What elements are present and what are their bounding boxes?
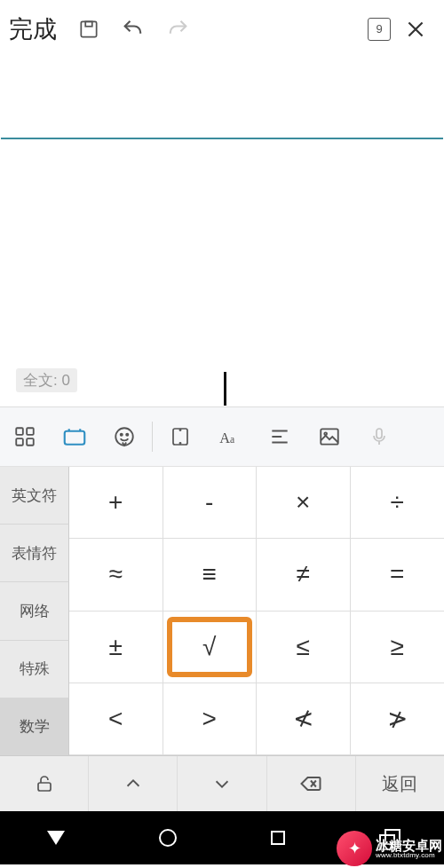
key-multiply[interactable]: × — [257, 467, 351, 539]
close-icon[interactable] — [396, 10, 435, 49]
nav-recents-icon[interactable] — [271, 831, 285, 845]
svg-rect-0 — [81, 21, 96, 36]
svg-rect-4 — [16, 438, 23, 446]
watermark-title: 冰糖安卓网 — [376, 839, 442, 852]
symbol-grid: + - × ÷ ≈ ≡ ≠ = ± √ ≤ ≥ < > ≮ ≯ — [69, 467, 444, 755]
nav-back-icon[interactable] — [47, 831, 65, 845]
svg-rect-5 — [27, 438, 34, 446]
svg-rect-2 — [16, 428, 23, 435]
category-network[interactable]: 网络 — [0, 582, 69, 640]
format-toolbar: A a — [0, 406, 444, 467]
key-equals[interactable]: = — [351, 539, 445, 611]
save-icon[interactable] — [69, 10, 108, 49]
key-greater-equal[interactable]: ≥ — [351, 612, 445, 683]
fullscreen-icon[interactable] — [155, 412, 205, 462]
done-button[interactable]: 完成 — [9, 13, 57, 45]
up-arrow-key[interactable] — [89, 756, 178, 811]
svg-point-12 — [179, 443, 180, 444]
svg-point-8 — [121, 434, 123, 436]
align-icon[interactable] — [255, 412, 305, 462]
key-plus-minus[interactable]: ± — [69, 612, 163, 683]
key-not-less[interactable]: ≮ — [257, 683, 351, 755]
key-not-greater[interactable]: ≯ — [351, 683, 445, 755]
redo-icon — [158, 10, 197, 49]
svg-point-7 — [115, 428, 133, 446]
svg-rect-1 — [85, 21, 92, 26]
nav-home-icon[interactable] — [159, 829, 177, 847]
svg-point-11 — [179, 430, 180, 430]
key-minus[interactable]: - — [163, 467, 258, 539]
image-icon[interactable] — [305, 412, 354, 462]
emoji-icon[interactable] — [99, 412, 149, 462]
key-divide[interactable]: ÷ — [351, 467, 445, 539]
editor-top-toolbar: 完成 9 — [0, 0, 444, 58]
key-approx[interactable]: ≈ — [69, 539, 163, 611]
down-arrow-key[interactable] — [178, 756, 266, 811]
watermark-logo-icon: ✦ — [337, 831, 372, 866]
word-count-badge: 全文: 0 — [16, 368, 77, 392]
page-number-badge[interactable]: 9 — [368, 18, 391, 41]
watermark-url: www.btxtdmy.com — [376, 852, 442, 859]
apps-icon[interactable] — [0, 412, 50, 462]
svg-point-16 — [324, 432, 327, 435]
key-plus[interactable]: + — [69, 467, 163, 539]
return-key[interactable]: 返回 — [356, 756, 444, 811]
symbol-keyboard: 英文符 表情符 网络 特殊 数学 + - × ÷ ≈ ≡ ≠ = ± √ ≤ ≥… — [0, 467, 444, 756]
title-input[interactable] — [1, 58, 443, 139]
key-identical[interactable]: ≡ — [163, 539, 258, 611]
text-cursor — [224, 372, 226, 406]
symbol-category-list: 英文符 表情符 网络 特殊 数学 — [0, 467, 69, 755]
svg-rect-6 — [65, 431, 85, 445]
key-greater-than[interactable]: > — [163, 683, 258, 755]
category-math[interactable]: 数学 — [0, 698, 69, 755]
key-less-equal[interactable]: ≤ — [257, 612, 351, 683]
key-not-equal[interactable]: ≠ — [257, 539, 351, 611]
document-area: 全文: 0 — [0, 58, 444, 406]
key-less-than[interactable]: < — [69, 683, 163, 755]
svg-text:A: A — [219, 430, 230, 446]
svg-rect-3 — [27, 428, 34, 435]
svg-text:a: a — [230, 434, 235, 446]
microphone-icon[interactable] — [354, 412, 404, 462]
site-watermark: ✦ 冰糖安卓网 www.btxtdmy.com — [337, 831, 442, 866]
svg-rect-18 — [38, 783, 51, 791]
font-icon[interactable]: A a — [205, 412, 255, 462]
svg-rect-17 — [377, 429, 382, 438]
key-sqrt[interactable]: √ — [163, 612, 258, 683]
category-english-symbols[interactable]: 英文符 — [0, 467, 69, 525]
svg-rect-15 — [321, 429, 338, 444]
category-special[interactable]: 特殊 — [0, 641, 69, 698]
backspace-key[interactable] — [267, 756, 356, 811]
lock-key[interactable] — [0, 756, 89, 811]
undo-icon[interactable] — [114, 10, 153, 49]
keyboard-icon[interactable] — [50, 412, 99, 462]
keyboard-bottom-row: 返回 — [0, 756, 444, 811]
svg-point-9 — [126, 434, 128, 436]
category-emoji-symbols[interactable]: 表情符 — [0, 525, 69, 582]
body-input[interactable]: 全文: 0 — [0, 139, 444, 406]
